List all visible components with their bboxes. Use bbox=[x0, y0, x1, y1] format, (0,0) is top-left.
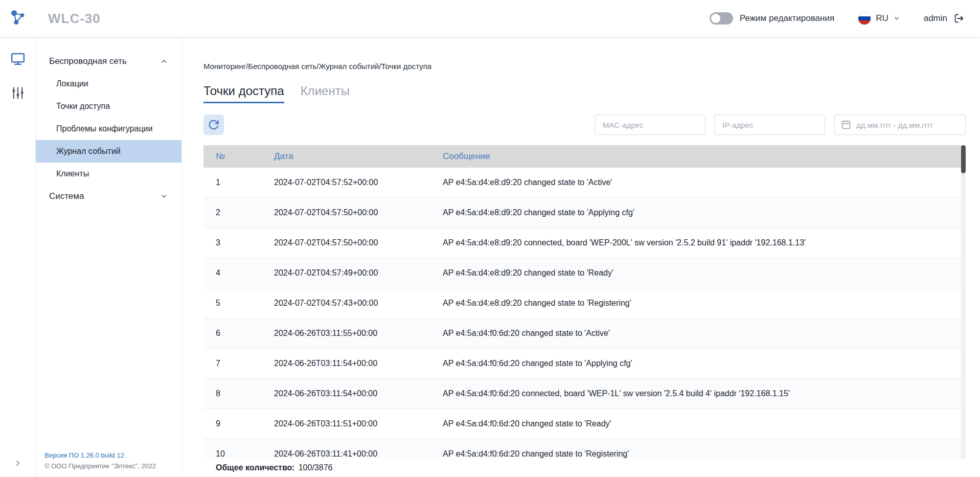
sidebar-item-label: Клиенты bbox=[56, 169, 89, 178]
row-date: 2024-06-26T03:11:41+00:00 bbox=[274, 449, 443, 459]
row-message: AP e4:5a:d4:f0:6d:20 changed state to 'A… bbox=[443, 359, 966, 368]
row-number: 9 bbox=[203, 419, 274, 428]
refresh-button[interactable] bbox=[203, 115, 224, 135]
table-row: 8 2024-06-26T03:11:54+00:00 AP e4:5a:d4:… bbox=[203, 379, 966, 409]
mac-address-filter-input[interactable] bbox=[595, 115, 705, 135]
app-window: WLC-30 Режим редактирования RU admin bbox=[0, 0, 980, 477]
table-scrollbar[interactable] bbox=[961, 145, 966, 469]
table-row: 9 2024-06-26T03:11:51+00:00 AP e4:5a:d4:… bbox=[203, 409, 966, 439]
row-date: 2024-06-26T03:11:51+00:00 bbox=[274, 419, 443, 428]
sidebar-expand-button[interactable] bbox=[0, 459, 35, 468]
topbar: WLC-30 Режим редактирования RU admin bbox=[0, 0, 980, 37]
eltex-logo-icon bbox=[9, 8, 27, 29]
events-table: № Дата Сообщение 1 2024-07-02T04:57:52+0… bbox=[203, 145, 966, 469]
total-count-value: 100/3876 bbox=[299, 463, 333, 472]
row-number: 10 bbox=[203, 449, 274, 459]
sidebar-item-label: Точки доступа bbox=[56, 102, 110, 110]
row-number: 6 bbox=[203, 329, 274, 338]
column-header-message: Сообщение bbox=[443, 151, 966, 162]
row-date: 2024-06-26T03:11:55+00:00 bbox=[274, 329, 443, 338]
page-title: WLC-30 bbox=[48, 11, 101, 27]
date-range-filter[interactable] bbox=[834, 115, 966, 135]
toggle-knob bbox=[711, 14, 720, 23]
row-number: 1 bbox=[203, 178, 274, 187]
table-row: 1 2024-07-02T04:57:52+00:00 AP e4:5a:d4:… bbox=[203, 168, 966, 198]
table-row: 4 2024-07-02T04:57:49+00:00 AP e4:5a:d4:… bbox=[203, 258, 966, 288]
refresh-icon bbox=[208, 119, 219, 130]
row-number: 5 bbox=[203, 299, 274, 308]
table-row: 3 2024-07-02T04:57:50+00:00 AP e4:5a:d4:… bbox=[203, 228, 966, 258]
main-content: Мониторинг/Беспроводная сеть/Журнал собы… bbox=[182, 37, 980, 477]
row-date: 2024-07-02T04:57:50+00:00 bbox=[274, 208, 443, 217]
table-row: 7 2024-06-26T03:11:54+00:00 AP e4:5a:d4:… bbox=[203, 349, 966, 379]
row-message: AP e4:5a:d4:f0:6d:20 changed state to 'R… bbox=[443, 449, 966, 459]
sidebar-item[interactable]: Клиенты bbox=[36, 163, 181, 185]
ip-address-filter-input[interactable] bbox=[715, 115, 825, 135]
row-message: AP e4:5a:d4:e8:d9:20 changed state to 'R… bbox=[443, 268, 966, 278]
column-header-date: Дата bbox=[274, 151, 443, 162]
row-date: 2024-06-26T03:11:54+00:00 bbox=[274, 389, 443, 398]
sidebar-group-wireless-items: Локации Точки доступа Проблемы конфигура… bbox=[36, 73, 181, 185]
user-menu: admin bbox=[924, 13, 965, 24]
edit-mode-toggle-group: Режим редактирования bbox=[710, 12, 834, 25]
table-row: 6 2024-06-26T03:11:55+00:00 AP e4:5a:d4:… bbox=[203, 319, 966, 349]
row-message: AP e4:5a:d4:f0:6d:20 changed state to 'R… bbox=[443, 419, 966, 428]
row-message: AP e4:5a:d4:e8:d9:20 changed state to 'R… bbox=[443, 299, 966, 308]
sidebar-group-system[interactable]: Система bbox=[36, 185, 181, 208]
scrollbar-thumb[interactable] bbox=[961, 145, 966, 173]
rail-item-settings[interactable] bbox=[0, 86, 35, 100]
logout-button[interactable] bbox=[953, 13, 965, 24]
row-number: 7 bbox=[203, 359, 274, 368]
russian-flag-icon bbox=[858, 12, 871, 25]
language-selector[interactable]: RU bbox=[858, 12, 900, 25]
sidebar-item-label: Журнал событий bbox=[56, 147, 121, 155]
language-code: RU bbox=[876, 13, 888, 24]
sidebar-item[interactable]: Журнал событий bbox=[36, 140, 181, 163]
row-message: AP e4:5a:d4:f0:6d:20 changed state to 'A… bbox=[443, 329, 966, 338]
row-number: 2 bbox=[203, 208, 274, 217]
firmware-version-link[interactable]: Версия ПО 1.26.0 build 12 bbox=[44, 451, 156, 459]
topbar-actions: Режим редактирования RU admin bbox=[710, 12, 980, 25]
tab-access-points[interactable]: Точки доступа bbox=[203, 84, 284, 103]
total-count: Общее количество: 100/3876 bbox=[203, 459, 966, 477]
row-number: 8 bbox=[203, 389, 274, 398]
icon-rail bbox=[0, 37, 36, 477]
row-date: 2024-07-02T04:57:43+00:00 bbox=[274, 299, 443, 308]
username: admin bbox=[924, 13, 947, 24]
sidebar-group-label: Система bbox=[49, 191, 84, 201]
sidebar-group-wireless[interactable]: Беспроводная сеть bbox=[36, 50, 181, 73]
sidebar-item-label: Проблемы конфигурации bbox=[56, 124, 152, 133]
table-header-row: № Дата Сообщение bbox=[203, 145, 966, 168]
rail-item-monitoring[interactable] bbox=[0, 51, 35, 66]
tab-clients[interactable]: Клиенты bbox=[301, 84, 350, 103]
column-header-number: № bbox=[203, 151, 274, 162]
sliders-icon bbox=[11, 86, 25, 100]
edit-mode-toggle[interactable] bbox=[710, 12, 733, 25]
chevron-right-icon bbox=[13, 459, 22, 468]
row-date: 2024-07-02T04:57:52+00:00 bbox=[274, 178, 443, 187]
filters bbox=[595, 115, 966, 135]
logo bbox=[0, 8, 36, 29]
table-row: 5 2024-07-02T04:57:43+00:00 AP e4:5a:d4:… bbox=[203, 288, 966, 319]
logout-icon bbox=[953, 13, 965, 24]
sidebar-item[interactable]: Проблемы конфигурации bbox=[36, 118, 181, 140]
row-date: 2024-07-02T04:57:50+00:00 bbox=[274, 238, 443, 247]
row-number: 3 bbox=[203, 238, 274, 247]
chevron-up-icon bbox=[160, 57, 168, 65]
chevron-down-icon bbox=[893, 15, 900, 22]
sidebar-item[interactable]: Локации bbox=[36, 73, 181, 95]
toolbar bbox=[203, 115, 966, 135]
row-message: AP e4:5a:d4:e8:d9:20 changed state to 'A… bbox=[443, 178, 966, 187]
edit-mode-label: Режим редактирования bbox=[740, 13, 834, 24]
table-row: 2 2024-07-02T04:57:50+00:00 AP e4:5a:d4:… bbox=[203, 198, 966, 228]
chevron-down-icon bbox=[160, 192, 168, 200]
sidebar-item-label: Локации bbox=[56, 79, 88, 88]
date-range-input[interactable] bbox=[856, 121, 959, 129]
sidebar-footer: Версия ПО 1.26.0 build 12 © ООО Предприя… bbox=[44, 451, 156, 470]
monitor-icon bbox=[10, 51, 26, 66]
page-body: Беспроводная сеть Локации Точки доступа … bbox=[0, 37, 980, 477]
sidebar: Беспроводная сеть Локации Точки доступа … bbox=[36, 37, 182, 477]
calendar-icon bbox=[841, 120, 851, 130]
row-date: 2024-07-02T04:57:49+00:00 bbox=[274, 268, 443, 278]
sidebar-item[interactable]: Точки доступа bbox=[36, 95, 181, 118]
